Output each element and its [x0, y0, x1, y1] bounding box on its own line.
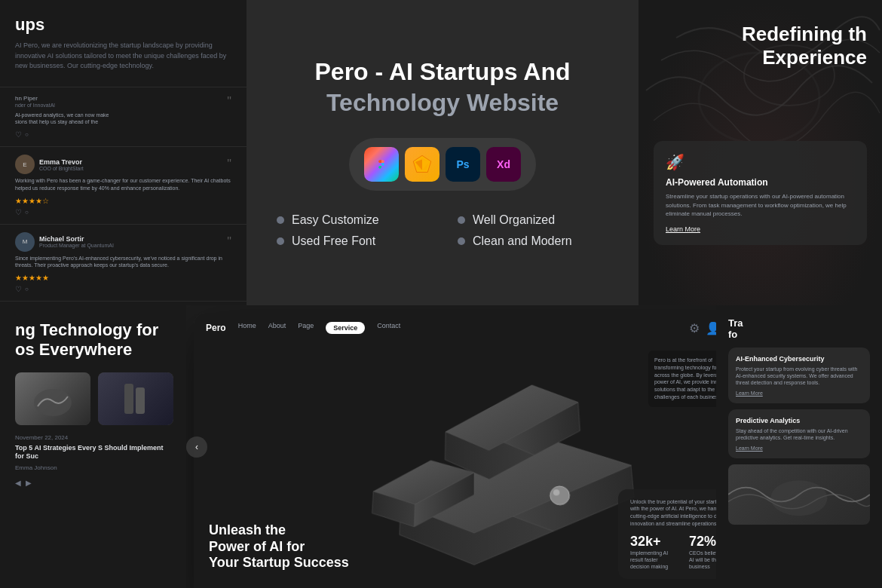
hero-line2: Power of AI for — [209, 539, 349, 556]
nav-page[interactable]: Page — [298, 322, 314, 334]
user-icon[interactable]: 👤 — [706, 321, 716, 335]
bottom-center-panel: Pero Home About Page Service Contact ⚙ 👤 — [186, 305, 716, 588]
stats-intro: Unlock the true potential of your startu… — [630, 498, 716, 528]
browser-right-cards: Pero is at the forefront of transforming… — [648, 351, 716, 407]
dot-3 — [277, 237, 284, 245]
wavy-art-svg — [728, 464, 870, 525]
like-row-emma: ♡ ○ — [15, 208, 231, 216]
quote-icon-left: " — [227, 95, 231, 109]
svg-point-21 — [770, 481, 827, 516]
xd-icon: Xd — [486, 147, 521, 182]
bottom-section: ng Technology for os Everywhere — [0, 305, 882, 588]
name-michael: Michael Sortir — [39, 235, 222, 243]
bottom-left-panel: ng Technology for os Everywhere — [0, 305, 186, 588]
3d-maze-svg — [325, 364, 642, 581]
stat-1: 32k+ Implementing AI result faster decis… — [630, 534, 677, 570]
browser-right-text: Pero is at the forefront of transforming… — [648, 351, 716, 407]
cyber-title: AI-Enhanced Cybersecurity — [736, 355, 862, 363]
hero-text: Unleash the Power of AI for Your Startup… — [209, 522, 349, 571]
nav-about[interactable]: About — [268, 322, 286, 334]
service-card-automation: 🚀 AI-Powered Automation Streamline your … — [654, 141, 867, 245]
blog-image-1 — [15, 372, 90, 425]
cyber-desc: Protect your startup from evolving cyber… — [736, 366, 862, 386]
stats-row: 32k+ Implementing AI result faster decis… — [630, 534, 716, 570]
quote-icon-michael: " — [227, 235, 231, 249]
analytics-title: Predictive Analytics — [736, 417, 862, 424]
testimonial-card-emma: E Emma Trevor COO of BrightStart " Worki… — [0, 147, 247, 225]
svg-point-6 — [34, 389, 72, 416]
blog-title: Top 5 AI Strategies Every S Should Imple… — [15, 444, 171, 461]
stat-number-2: 72% — [689, 534, 716, 550]
blog-date: November 22, 2024 — [15, 434, 171, 441]
like-row-michael: ♡ ○ — [15, 285, 231, 293]
cyber-learn-link[interactable]: Learn More — [736, 390, 862, 396]
service-title: AI-Powered Automation — [666, 177, 855, 188]
blog-author: Emma Johnson — [15, 464, 171, 471]
svg-rect-7 — [124, 384, 133, 414]
blog-img-art-1 — [30, 380, 75, 418]
right-top-heading: Redefining th Experience — [742, 23, 867, 69]
stars-michael: ★★★★★ — [15, 274, 231, 282]
avatar-emma: E — [15, 155, 35, 174]
sketch-icon — [405, 147, 439, 182]
nav-contact[interactable]: Contact — [377, 322, 400, 334]
text-emma: Working with Pero has been a game-change… — [15, 177, 231, 192]
learn-more-link[interactable]: Learn More — [666, 225, 855, 233]
stat-label-1: Implementing AI result faster decision m… — [630, 550, 677, 570]
dot-4 — [458, 237, 465, 245]
analytics-desc: Stay ahead of the competition with our A… — [736, 427, 862, 441]
browser-content: Unleash the Power of AI for Your Startup… — [194, 343, 716, 588]
left-desc-text: Al-powered analytics, we can now makesio… — [15, 112, 231, 127]
left-panel: ups AI Pero, we are revolutionizing the … — [0, 0, 247, 305]
feature-well-organized: Well Organized — [458, 213, 608, 227]
stat-2: 72% CEOs believe AI will be the business — [689, 534, 716, 570]
left-heading: ups — [15, 15, 231, 35]
settings-icon[interactable]: ⚙ — [689, 321, 700, 335]
rocket-icon: 🚀 — [666, 153, 855, 171]
stars-emma: ★★★★☆ — [15, 197, 231, 205]
analytics-learn-link[interactable]: Learn More — [736, 446, 862, 451]
figma-icon — [364, 147, 399, 182]
name-emma: Emma Trevor — [39, 158, 222, 166]
person-name-left: hn Piper — [15, 95, 38, 102]
ps-icon: Ps — [446, 147, 480, 182]
pagination: ◀ ▶ — [15, 479, 171, 487]
service-desc: Streamline your startup operations with … — [666, 192, 855, 218]
role-michael: Product Manager at QuantumAI — [39, 243, 222, 248]
browser-logo: Pero — [206, 323, 226, 333]
avatar-michael: M — [15, 232, 35, 252]
stat-number-1: 32k+ — [630, 534, 677, 550]
stat-label-2: CEOs believe AI will be the business — [689, 550, 716, 570]
tools-bar: Ps Xd — [349, 138, 536, 191]
feature-clean-modern: Clean and Modern — [458, 234, 608, 248]
like-row: ♡ ○ — [15, 130, 231, 139]
text-michael: Since implementing Pero's AI-enhanced cy… — [15, 255, 231, 270]
svg-rect-8 — [136, 387, 145, 414]
main-subtitle: Technology Website — [326, 89, 559, 117]
br-heading: Trafo — [728, 317, 870, 340]
feature-free-font: Used Free Font — [277, 234, 427, 248]
person-role-left: nder of InnovatAl — [15, 103, 55, 108]
bottom-right-panel: Trafo AI-Enhanced Cybersecurity Protect … — [716, 305, 882, 588]
hero-line1: Unleash the — [209, 522, 349, 539]
main-title: Pero - AI Startups And — [315, 57, 571, 86]
blog-image-2 — [98, 372, 173, 425]
testimonial-card-1: hn Piper nder of InnovatAl " Al-powered … — [0, 87, 247, 148]
features-grid: Easy Customize Well Organized Used Free … — [277, 213, 608, 248]
bottom-right-image — [728, 464, 870, 525]
cybersecurity-card: AI-Enhanced Cybersecurity Protect your s… — [728, 348, 870, 403]
dot-1 — [277, 216, 284, 224]
blog-img-art-2 — [117, 380, 155, 418]
quote-icon-emma: " — [227, 158, 231, 171]
blog-cards — [15, 372, 171, 425]
nav-home[interactable]: Home — [238, 322, 256, 334]
center-panel: Pero - AI Startups And Technology Websit… — [247, 0, 639, 305]
browser-nav-icons: ⚙ 👤 — [689, 320, 716, 335]
nav-arrow-left[interactable]: ‹ — [186, 436, 207, 458]
nav-service-active[interactable]: Service — [326, 322, 365, 334]
browser-nav-items: Home About Page Service Contact — [238, 322, 401, 334]
bottom-left-heading: ng Technology for os Everywhere — [15, 320, 171, 360]
role-emma: COO of BrightStart — [39, 166, 222, 171]
browser-mockup: Pero Home About Page Service Contact ⚙ 👤 — [194, 313, 716, 588]
browser-nav: Pero Home About Page Service Contact ⚙ 👤 — [194, 313, 716, 343]
